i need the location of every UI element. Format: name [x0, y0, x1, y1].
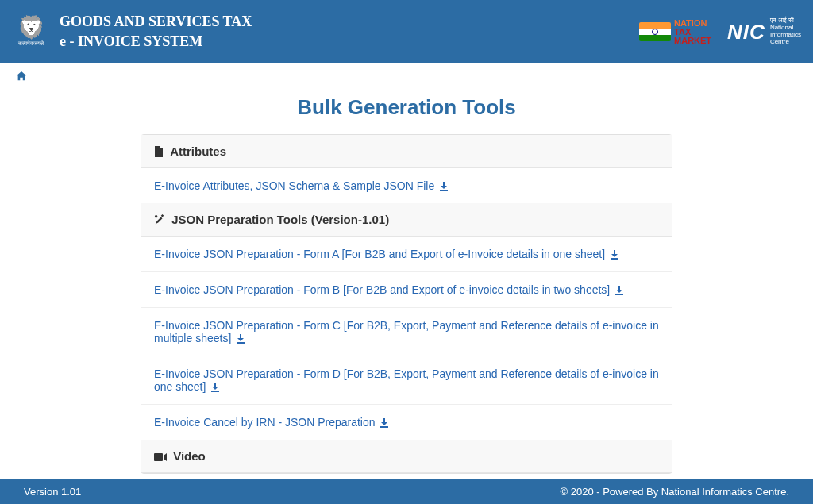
nic-full: एन आई सी National Informatics Centre	[770, 17, 801, 45]
tools-icon	[154, 213, 168, 226]
emblem-icon: 🦁	[17, 17, 45, 39]
attributes-body: E-Invoice Attributes, JSON Schema & Samp…	[141, 168, 672, 203]
attributes-section-header: Attributes	[141, 135, 672, 168]
one-nation-text: NATION TAX MARKET	[674, 19, 711, 45]
nic-abbr: NIC	[727, 20, 765, 44]
attributes-download-link[interactable]: E-Invoice Attributes, JSON Schema & Samp…	[154, 179, 449, 192]
json-form-d-link[interactable]: E-Invoice JSON Preparation - Form D [For…	[154, 367, 659, 393]
json-link-row: E-Invoice JSON Preparation - Form A [For…	[141, 237, 672, 272]
attributes-header-text: Attributes	[170, 144, 226, 158]
tools-panel: Attributes E-Invoice Attributes, JSON Sc…	[141, 134, 672, 474]
json-link-text: E-Invoice JSON Preparation - Form D [For…	[154, 367, 659, 393]
svg-point-0	[155, 215, 158, 218]
emblem-motto: सत्यमेव जयते	[18, 40, 44, 47]
breadcrumb-bar	[0, 63, 813, 89]
footer-version: Version 1.01	[24, 486, 81, 490]
video-section-header: Video	[141, 440, 672, 473]
download-icon	[210, 380, 220, 393]
attributes-link-text: E-Invoice Attributes, JSON Schema & Samp…	[154, 179, 434, 192]
attributes-link-row: E-Invoice Attributes, JSON Schema & Samp…	[141, 168, 672, 203]
svg-rect-1	[154, 453, 163, 461]
json-form-a-link[interactable]: E-Invoice JSON Preparation - Form A [For…	[154, 248, 619, 260]
national-emblem: 🦁 सत्यमेव जयते	[12, 8, 50, 56]
json-body: E-Invoice JSON Preparation - Form A [For…	[141, 237, 672, 440]
site-title: GOODS AND SERVICES TAX e - INVOICE SYSTE…	[60, 12, 252, 52]
site-header: 🦁 सत्यमेव जयते GOODS AND SERVICES TAX e …	[0, 0, 813, 63]
json-header-text: JSON Preparation Tools (Version-1.01)	[171, 213, 389, 226]
page-title: Bulk Generation Tools	[16, 95, 797, 120]
json-link-text: E-Invoice JSON Preparation - Form C [For…	[154, 319, 659, 344]
download-icon	[610, 248, 619, 260]
site-title-line1: GOODS AND SERVICES TAX	[60, 12, 252, 32]
json-link-row: E-Invoice JSON Preparation - Form D [For…	[141, 356, 672, 405]
json-form-c-link[interactable]: E-Invoice JSON Preparation - Form C [For…	[154, 319, 659, 344]
download-icon	[380, 416, 389, 429]
nic-logo: NIC एन आई सी National Informatics Centre	[727, 17, 801, 45]
download-icon	[236, 332, 245, 344]
video-icon	[154, 449, 170, 463]
json-section-header: JSON Preparation Tools (Version-1.01)	[141, 203, 672, 237]
json-link-text: E-Invoice JSON Preparation - Form B [For…	[154, 283, 610, 296]
json-link-row: E-Invoice JSON Preparation - Form B [For…	[141, 272, 672, 308]
india-flag-icon	[639, 22, 671, 41]
json-form-b-link[interactable]: E-Invoice JSON Preparation - Form B [For…	[154, 283, 624, 296]
json-link-row: E-Invoice JSON Preparation - Form C [For…	[141, 308, 672, 356]
json-link-row: E-Invoice Cancel by IRN - JSON Preparati…	[141, 405, 672, 440]
video-header-text: Video	[173, 449, 206, 463]
site-title-line2: e - INVOICE SYSTEM	[60, 32, 252, 52]
one-nation-logo: NATION TAX MARKET	[639, 19, 711, 45]
file-icon	[154, 144, 167, 158]
json-cancel-irn-link[interactable]: E-Invoice Cancel by IRN - JSON Preparati…	[154, 416, 389, 429]
header-left: 🦁 सत्यमेव जयते GOODS AND SERVICES TAX e …	[12, 8, 252, 56]
main-content: Bulk Generation Tools Attributes E-Invoi…	[0, 95, 813, 490]
json-link-text: E-Invoice Cancel by IRN - JSON Preparati…	[154, 416, 376, 429]
json-link-text: E-Invoice JSON Preparation - Form A [For…	[154, 248, 605, 260]
header-right: NATION TAX MARKET NIC एन आई सी National …	[639, 17, 801, 45]
site-footer: Version 1.01 © 2020 - Powered By Nationa…	[0, 479, 813, 490]
download-icon	[615, 283, 624, 296]
footer-copyright: © 2020 - Powered By National Informatics…	[561, 486, 790, 490]
home-link[interactable]	[16, 70, 27, 83]
download-icon	[439, 179, 449, 192]
home-icon	[16, 71, 27, 82]
